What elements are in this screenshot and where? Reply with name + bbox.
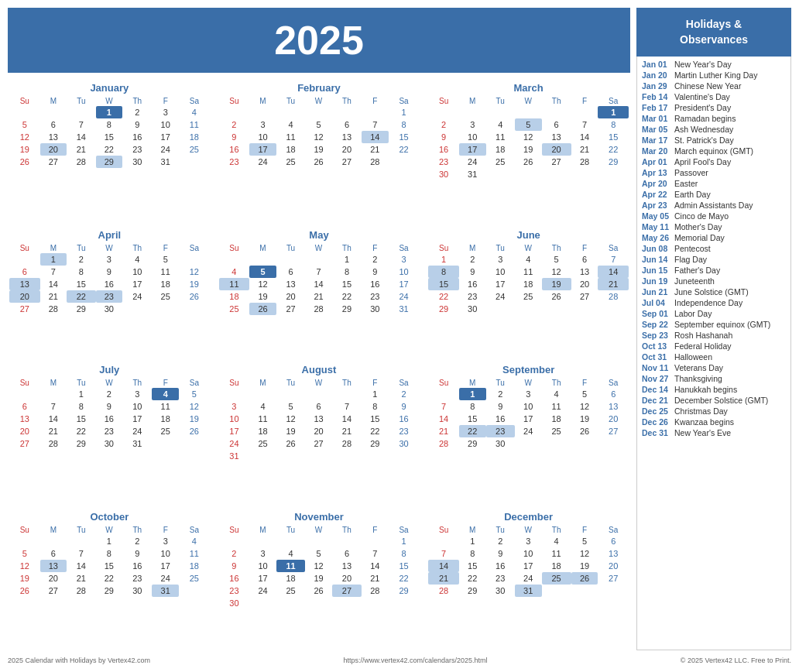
- day-cell: [276, 597, 305, 609]
- day-header-Th: Th: [332, 243, 362, 253]
- day-cell: 6: [598, 535, 629, 547]
- day-cell: [276, 450, 305, 462]
- day-cell: 30: [428, 168, 459, 180]
- day-cell: [305, 450, 332, 462]
- cal-table-7: SuMTuWThFSa12345678910111213141516171819…: [219, 378, 420, 462]
- day-cell: 22: [459, 572, 486, 585]
- month-title-0: January: [9, 82, 210, 94]
- holiday-name: Valentine's Day: [674, 92, 730, 101]
- day-cell: [389, 450, 420, 462]
- day-cell: 30: [486, 437, 515, 450]
- day-header-Th: Th: [122, 525, 152, 535]
- month-december: DecemberSuMTuWThFSa123456789101112131415…: [427, 509, 630, 650]
- day-header-Th: Th: [542, 243, 571, 253]
- holiday-name: Chinese New Year: [674, 81, 741, 91]
- day-cell: [9, 106, 40, 118]
- day-header-F: F: [571, 525, 598, 535]
- day-cell: [389, 597, 420, 609]
- day-cell: 4: [276, 118, 305, 131]
- day-cell: 23: [96, 425, 123, 437]
- day-cell: 18: [179, 560, 210, 572]
- day-header-Th: Th: [332, 378, 362, 388]
- day-header-W: W: [96, 525, 123, 535]
- day-cell: 21: [332, 425, 362, 437]
- day-cell: 27: [598, 425, 629, 437]
- day-header-W: W: [96, 378, 123, 388]
- day-cell: [305, 597, 332, 609]
- day-cell: 8: [598, 118, 629, 131]
- holiday-date: Dec 26: [642, 417, 671, 427]
- month-april: AprilSuMTuWThFSa123456789101112131415161…: [8, 228, 211, 356]
- day-header-M: M: [459, 378, 486, 388]
- holiday-item: Oct 31Halloween: [642, 352, 786, 362]
- day-cell: [428, 535, 459, 547]
- holiday-date: Jan 20: [642, 70, 671, 80]
- day-cell: 10: [152, 547, 179, 560]
- month-june: JuneSuMTuWThFSa1234567891011121314151617…: [427, 228, 630, 356]
- day-cell: 7: [362, 547, 389, 560]
- day-cell: 7: [67, 118, 95, 131]
- day-cell: 30: [122, 585, 152, 597]
- day-cell: 20: [40, 143, 67, 156]
- holiday-name: New Year's Day: [674, 60, 732, 69]
- month-february: FebruarySuMTuWThFSa123456789101112131415…: [218, 81, 421, 221]
- day-header-W: W: [305, 243, 332, 253]
- day-cell: 15: [96, 560, 123, 572]
- day-cell: [219, 253, 250, 266]
- day-cell: 14: [362, 560, 389, 572]
- day-cell: [571, 106, 598, 118]
- day-cell: 29: [459, 585, 486, 597]
- holiday-date: Apr 22: [642, 190, 671, 199]
- day-cell: [515, 437, 542, 450]
- day-cell: [389, 156, 420, 168]
- holiday-date: May 26: [642, 233, 671, 242]
- day-cell: 9: [122, 547, 152, 560]
- day-cell: 19: [179, 278, 210, 290]
- day-cell: [40, 535, 67, 547]
- day-cell: 24: [122, 425, 152, 437]
- holiday-item: Sep 01Labor Day: [642, 309, 786, 318]
- day-cell: 18: [276, 143, 305, 156]
- day-cell: [598, 168, 629, 180]
- day-cell: 20: [332, 143, 362, 156]
- month-title-6: July: [9, 364, 210, 375]
- day-cell: 14: [428, 413, 459, 425]
- day-cell: 20: [40, 572, 67, 585]
- day-cell: 13: [40, 131, 67, 143]
- day-cell: 20: [9, 425, 40, 437]
- day-cell: [428, 106, 459, 118]
- day-header-W: W: [515, 525, 542, 535]
- day-cell: 28: [362, 156, 389, 168]
- day-cell: [305, 106, 332, 118]
- day-cell: 25: [542, 425, 571, 437]
- holiday-item: Jan 01New Year's Day: [642, 60, 786, 69]
- day-cell: 14: [305, 278, 332, 290]
- day-cell: 28: [40, 303, 67, 315]
- holiday-date: Apr 01: [642, 157, 671, 166]
- day-cell: 2: [67, 253, 95, 266]
- day-cell: 9: [96, 400, 123, 413]
- day-cell: 11: [515, 266, 542, 278]
- day-cell: 17: [486, 278, 515, 290]
- day-cell: 28: [67, 156, 95, 168]
- day-cell: 27: [276, 303, 305, 315]
- day-header-M: M: [249, 525, 276, 535]
- day-cell: 18: [542, 560, 571, 572]
- day-cell: 16: [219, 143, 250, 156]
- day-cell: 5: [542, 253, 571, 266]
- day-cell: 24: [219, 437, 250, 450]
- day-cell: 4: [249, 400, 276, 413]
- holiday-name: Rosh Hashanah: [674, 331, 732, 340]
- day-cell: [362, 450, 389, 462]
- day-cell: 12: [9, 131, 40, 143]
- day-cell: [179, 585, 210, 597]
- sidebar: Holidays &Observances Jan 01New Year's D…: [636, 8, 791, 650]
- day-header-Th: Th: [122, 378, 152, 388]
- day-cell: 9: [486, 547, 515, 560]
- day-cell: [249, 450, 276, 462]
- day-header-M: M: [459, 243, 486, 253]
- day-cell: [249, 388, 276, 400]
- day-cell: [40, 106, 67, 118]
- day-cell: 16: [486, 413, 515, 425]
- day-cell: 11: [179, 547, 210, 560]
